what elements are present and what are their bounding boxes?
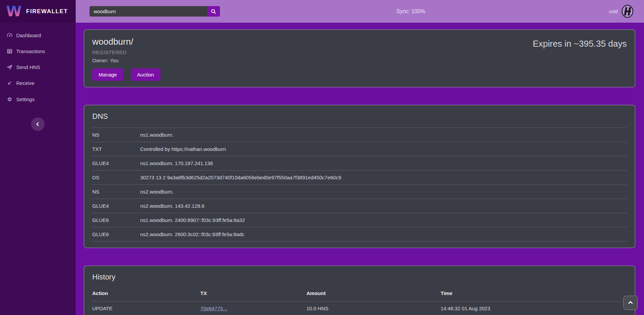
dns-record-row: NS ns1.woodburn. [92, 128, 627, 142]
dns-record-type: GLUE6 [92, 213, 140, 227]
sidebar-item-send-hns[interactable]: Send HNS [0, 59, 76, 75]
app-window: W FIREWALLET Dashboard Transaction [0, 0, 644, 315]
history-amount: 10.0 HNS [306, 301, 441, 315]
search-input[interactable] [90, 6, 207, 17]
dns-record-row: DS 30273 13 2 9a3a8fb3d625d2a2073d740f10… [92, 171, 627, 185]
sidebar-item-label: Dashboard [16, 32, 41, 38]
history-action: UPDATE [92, 301, 200, 315]
dns-record-type: GLUE4 [92, 199, 140, 213]
history-header-row: Action TX Amount Time [92, 288, 627, 301]
dns-table: NS ns1.woodburn. TXT Controlled by https… [92, 128, 627, 242]
domain-owner: Owner: You [92, 58, 166, 63]
dns-record-value: 30273 13 2 9a3a8fb3d625d2a2073d740f10da6… [140, 171, 627, 185]
page-content: woodburn/ REGISTERED Owner: You Manage A… [76, 23, 644, 315]
chevron-up-icon [628, 300, 633, 306]
dns-record-type: TXT [92, 142, 140, 156]
search-bar [90, 6, 220, 17]
column-header-time: Time [441, 288, 627, 301]
dns-record-type: GLUE6 [92, 227, 140, 242]
manage-button[interactable]: Manage [92, 68, 123, 81]
gear-icon: ⚙ [7, 96, 13, 103]
receive-arrow-icon [7, 80, 13, 86]
send-icon [7, 64, 13, 70]
handshake-logo-icon [621, 4, 634, 18]
dns-record-type: NS [92, 128, 140, 142]
history-time: 14:46:32 01 Aug 2023 [441, 301, 627, 315]
sidebar-nav: Dashboard Transactions Send HNS [0, 23, 76, 108]
sidebar-collapse-button[interactable] [31, 117, 45, 131]
domain-card: woodburn/ REGISTERED Owner: You Manage A… [84, 29, 635, 87]
domain-info: woodburn/ REGISTERED Owner: You Manage A… [92, 36, 166, 81]
tx-link[interactable]: 70e64775... [200, 306, 227, 311]
chevron-left-icon [35, 122, 40, 127]
gauge-icon [7, 32, 13, 38]
sidebar-item-receive[interactable]: Receive [0, 75, 76, 91]
dns-record-value: ns2.woodburn. 2600:3c02::f03c:93ff:fe5a:… [140, 227, 627, 242]
sidebar-item-settings[interactable]: ⚙ Settings [0, 91, 76, 108]
sidebar-item-label: Settings [16, 96, 34, 102]
sidebar-item-label: Receive [16, 80, 34, 86]
dns-record-value: ns1.woodburn. 170.187.241.138 [140, 156, 627, 171]
column-header-amount: Amount [306, 288, 441, 301]
main-area: Sync: 100% cold woodburn/ REGISTERED Own… [76, 0, 644, 315]
dns-record-type: NS [92, 185, 140, 199]
domain-name: woodburn/ [92, 37, 166, 47]
table-icon [7, 48, 13, 54]
dns-record-row: TXT Controlled by https://nathan.woodbur… [92, 142, 627, 156]
dns-record-row: GLUE6 ns1.woodburn. 2400:8907::f03c:93ff… [92, 213, 627, 227]
app-title: FIREWALLET [26, 8, 68, 15]
firewallet-logo-icon: W [6, 4, 22, 19]
dns-record-type: DS [92, 171, 140, 185]
dns-record-row: GLUE4 ns2.woodburn. 143.42.128.6 [92, 199, 627, 213]
search-button[interactable] [207, 6, 220, 17]
dns-record-row: GLUE4 ns1.woodburn. 170.187.241.138 [92, 156, 627, 171]
dns-record-value: ns1.woodburn. 2400:8907::f03c:93ff:fe5a:… [140, 213, 627, 227]
history-section-title: History [92, 273, 627, 282]
sidebar-item-label: Send HNS [16, 64, 40, 70]
dns-record-value: ns2.woodburn. [140, 185, 627, 199]
app-logo[interactable]: W FIREWALLET [0, 0, 76, 23]
wallet-name: cold [609, 9, 618, 14]
dns-record-row: NS ns2.woodburn. [92, 185, 627, 199]
column-header-tx: TX [200, 288, 306, 301]
domain-actions: Manage Auction [92, 68, 166, 81]
history-row: UPDATE 70e64775... 10.0 HNS 14:46:32 01 … [92, 301, 627, 315]
dns-record-value: ns1.woodburn. [140, 128, 627, 142]
sidebar-item-label: Transactions [16, 48, 45, 54]
dns-record-type: GLUE4 [92, 156, 140, 171]
history-table: Action TX Amount Time UPDATE 70e64775...… [92, 288, 627, 315]
column-header-action: Action [92, 288, 200, 301]
dns-record-value: Controlled by https://nathan.woodburn [140, 142, 627, 156]
auction-button[interactable]: Auction [131, 68, 160, 81]
topbar: Sync: 100% cold [76, 0, 644, 23]
domain-status-badge: REGISTERED [92, 49, 166, 55]
search-icon [211, 9, 216, 14]
scroll-to-top-button[interactable] [623, 296, 638, 310]
dns-record-value: ns2.woodburn. 143.42.128.6 [140, 199, 627, 213]
wallet-selector[interactable]: cold [609, 4, 634, 18]
sidebar-item-transactions[interactable]: Transactions [0, 43, 76, 59]
sidebar: W FIREWALLET Dashboard Transaction [0, 0, 76, 315]
dns-card: DNS NS ns1.woodburn. TXT Controlled by h… [84, 105, 635, 248]
dns-record-row: GLUE6 ns2.woodburn. 2600:3c02::f03c:93ff… [92, 227, 627, 242]
dns-section-title: DNS [92, 112, 627, 121]
sync-status: Sync: 100% [396, 8, 425, 15]
domain-expiry: Expires in ~395.35 days [533, 36, 627, 49]
sidebar-item-dashboard[interactable]: Dashboard [0, 27, 76, 43]
history-card: History Action TX Amount Time UPDA [84, 266, 635, 315]
